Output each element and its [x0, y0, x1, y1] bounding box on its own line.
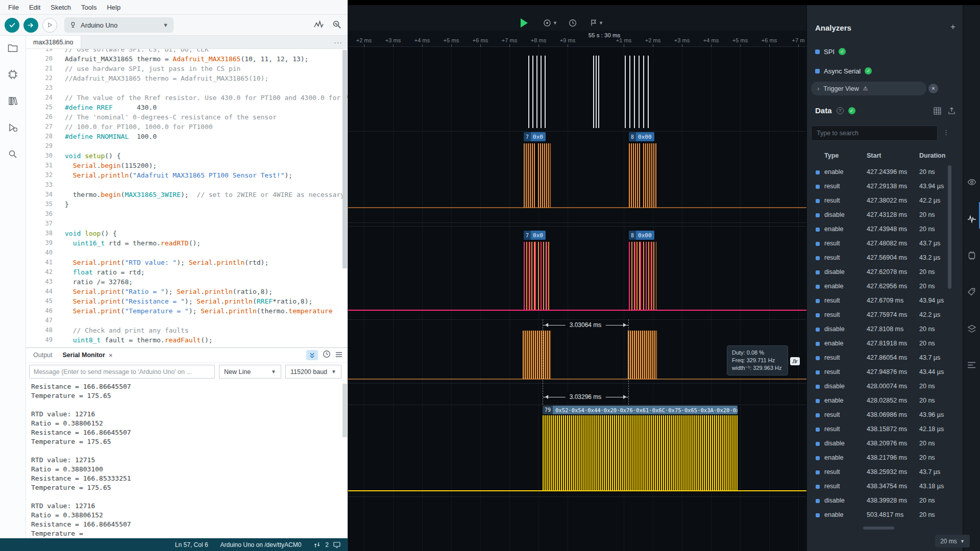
serial-monitor-icon[interactable]	[332, 20, 341, 31]
line-number-gutter: 1920212223242526272829303132333435363738…	[26, 49, 60, 345]
table-row[interactable]: disable427.43128 ms20 ns	[807, 208, 955, 222]
editor-scrollbar[interactable]	[342, 50, 347, 268]
serial-monitor-output[interactable]: Resistance = 166.86645507Temperature = 1…	[26, 381, 348, 538]
channel0-waveform-burst[interactable]	[625, 56, 650, 128]
table-row[interactable]: result438.34754 ms43.18 µs	[807, 480, 955, 494]
layers-icon[interactable]	[967, 324, 976, 335]
table-row[interactable]: result438.06986 ms43.96 µs	[807, 408, 955, 422]
channel1-waveform-burst[interactable]	[524, 143, 536, 208]
upload-button[interactable]	[23, 18, 38, 33]
serial-message-input[interactable]	[29, 365, 215, 379]
table-row[interactable]: enable427.43948 ms20 ns	[807, 222, 955, 237]
debugger-icon[interactable]	[7, 122, 18, 133]
notification-count[interactable]: 2	[325, 541, 329, 548]
sketchbook-icon[interactable]	[7, 42, 18, 54]
serial-decode-annotation[interactable]: 79 0x52·0x54·0x44·0x20·0x76·0x61·0x6C·0x…	[543, 406, 738, 414]
verify-button[interactable]	[5, 18, 19, 33]
close-icon[interactable]: ×	[109, 352, 113, 359]
menu-file[interactable]: File	[3, 0, 24, 15]
channel0-waveform-burst[interactable]	[528, 56, 548, 128]
list-icon[interactable]	[967, 361, 976, 371]
debug-button[interactable]	[42, 18, 57, 33]
menu-edit[interactable]: Edit	[24, 0, 45, 15]
ruler-tick-mark	[364, 44, 364, 47]
timer-button[interactable]	[569, 19, 577, 27]
table-row[interactable]: disable428.00074 ms20 ns	[807, 380, 955, 394]
measurement-marker-line[interactable]	[543, 319, 543, 405]
channel3-waveform-burst[interactable]	[524, 242, 551, 310]
serial-plotter-icon[interactable]	[314, 20, 324, 31]
serial-output-line: Temperature = 175.65	[31, 483, 348, 492]
table-row[interactable]: result438.25932 ms43.7 µs	[807, 465, 955, 480]
timestamp-toggle[interactable]	[323, 350, 331, 360]
panel-menu-icon[interactable]	[335, 350, 342, 360]
menu-sketch[interactable]: Sketch	[45, 0, 76, 15]
line-ending-select[interactable]: New Line ▼	[219, 365, 281, 379]
tab-output[interactable]: Output	[33, 352, 53, 359]
table-row[interactable]: result427.48082 ms43.7 µs	[807, 237, 955, 251]
tab-max31865[interactable]: max31865.ino	[26, 36, 81, 48]
table-row[interactable]: enable438.21796 ms20 ns	[807, 451, 955, 465]
table-row[interactable]: result427.75974 ms42.2 µs	[807, 308, 955, 322]
spi-decode-annotation[interactable]: 80x00	[629, 132, 654, 141]
boards-manager-icon[interactable]	[7, 69, 18, 80]
board-selector[interactable]: Arduino Uno ▼	[64, 17, 174, 33]
cell-duration: 20 ns	[919, 497, 935, 504]
channel3-waveform-burst[interactable]	[629, 242, 656, 310]
code-editor[interactable]: 1920212223242526272829303132333435363738…	[26, 49, 348, 347]
table-row[interactable]: enable428.02852 ms20 ns	[807, 394, 955, 408]
table-row[interactable]: result427.29138 ms43.94 µs	[807, 180, 955, 194]
table-row[interactable]: result427.86054 ms43.7 µs	[807, 351, 955, 365]
baud-rate-select[interactable]: 115200 baud ▼	[285, 365, 341, 379]
channel4-waveform-burst[interactable]	[523, 331, 551, 379]
code-line: thermo.begin(MAX31865_3WIRE); // set to …	[65, 190, 348, 199]
trigger-flag-button[interactable]: ▼	[590, 19, 603, 27]
table-horizontal-scrollbar[interactable]	[863, 527, 894, 530]
editor-actions-button[interactable]: ···	[334, 36, 342, 49]
search-icon[interactable]	[7, 148, 18, 160]
table-row[interactable]: enable427.81918 ms20 ns	[807, 337, 955, 351]
cell-type: enable	[824, 340, 844, 347]
tag-icon[interactable]	[967, 288, 976, 298]
measurements-icon[interactable]	[967, 214, 976, 226]
autoscroll-toggle[interactable]	[306, 350, 318, 360]
table-row[interactable]: disable438.20976 ms20 ns	[807, 437, 955, 451]
spi-decode-annotation[interactable]: 80x00	[629, 231, 654, 240]
menu-tools[interactable]: Tools	[76, 0, 102, 15]
spi-decode-annotation[interactable]: 70x0	[524, 132, 546, 141]
channel5-waveform-burst[interactable]	[543, 415, 738, 491]
tab-serial-monitor[interactable]: Serial Monitor ×	[63, 352, 113, 359]
channel1-waveform-burst[interactable]	[643, 143, 656, 208]
channel1-waveform-burst[interactable]	[629, 143, 641, 208]
channel1-waveform-burst[interactable]	[538, 143, 551, 208]
table-row[interactable]: disable427.62078 ms20 ns	[807, 265, 955, 280]
channel-separator	[348, 496, 806, 497]
capture-mode-button[interactable]: ▼	[543, 19, 557, 27]
table-row[interactable]: result427.56904 ms43.2 µs	[807, 251, 955, 265]
table-scrollbar[interactable]	[948, 165, 951, 289]
channel4-waveform-burst[interactable]	[628, 331, 657, 379]
measurement-marker-line[interactable]	[628, 319, 629, 405]
line-number: 30	[26, 151, 53, 161]
table-row[interactable]: enable427.24396 ms20 ns	[807, 165, 955, 180]
output-scrollbar[interactable]	[342, 384, 347, 437]
row-color-swatch	[816, 513, 820, 517]
table-row[interactable]: result438.15872 ms42.18 µs	[807, 422, 955, 437]
table-row[interactable]: disable438.39928 ms20 ns	[807, 494, 955, 508]
library-manager-icon[interactable]	[7, 95, 18, 107]
device-icon[interactable]	[967, 251, 976, 262]
table-row[interactable]: disable427.8108 ms20 ns	[807, 322, 955, 337]
table-row[interactable]: result427.6709 ms43.94 µs	[807, 294, 955, 308]
table-row[interactable]: result427.38022 ms42.2 µs	[807, 194, 955, 208]
eye-icon[interactable]	[967, 178, 976, 189]
channel0-waveform-burst[interactable]	[593, 56, 599, 128]
table-row[interactable]: enable427.62956 ms20 ns	[807, 280, 955, 294]
spi-decode-annotation[interactable]: 70x0	[524, 231, 546, 240]
table-row[interactable]: enable503.4817 ms20 ns	[807, 508, 955, 522]
timescale-selector[interactable]: 20 ms ▼	[935, 535, 970, 547]
table-row[interactable]: result427.94876 ms43.44 µs	[807, 365, 955, 380]
start-capture-button[interactable]	[521, 18, 528, 28]
ruler-tick-label: +6 ms	[762, 37, 777, 43]
row-color-swatch	[816, 399, 820, 403]
menu-help[interactable]: Help	[102, 0, 126, 15]
